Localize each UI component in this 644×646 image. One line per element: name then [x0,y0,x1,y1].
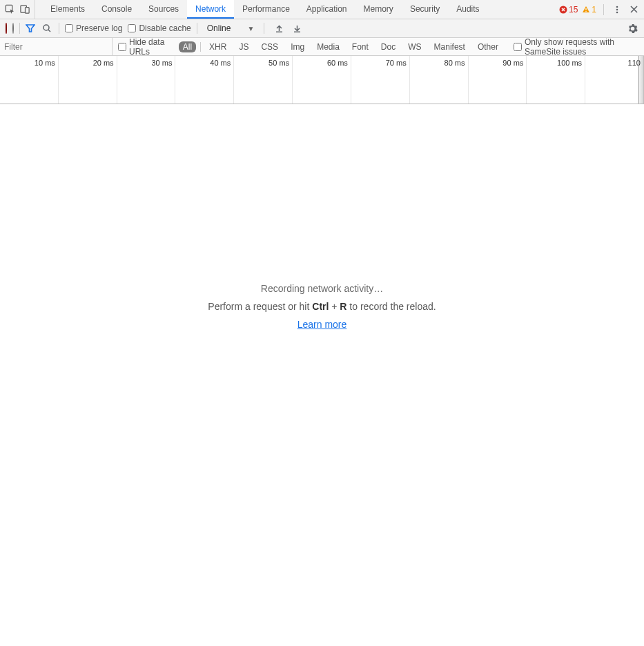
ruler-tick: 70 ms [351,56,410,104]
warning-count-badge[interactable]: 1 [582,5,596,14]
error-count-badge[interactable]: 15 [559,5,578,14]
filter-toggle-icon[interactable] [26,23,35,33]
preserve-log-checkbox[interactable]: Preserve log [65,23,122,33]
filter-type-ws[interactable]: WS [404,41,425,52]
ruler-tick: 60 ms [293,56,351,104]
ruler-label: 30 ms [151,59,172,67]
filter-type-doc[interactable]: Doc [377,41,400,52]
tab-network[interactable]: Network [187,0,234,19]
ruler-label: 70 ms [386,59,407,67]
close-devtools-icon[interactable] [627,3,640,16]
learn-more-link[interactable]: Learn more [297,319,347,330]
preserve-log-label: Preserve log [76,23,122,33]
record-icon [6,23,7,34]
search-icon[interactable] [41,22,53,35]
empty-sub-pre: Perform a request or hit [208,301,312,312]
disable-cache-input[interactable] [128,24,136,32]
disable-cache-label: Disable cache [139,23,191,33]
svg-rect-4 [586,8,587,10]
filter-type-manifest[interactable]: Manifest [430,41,469,52]
empty-plus: + [329,301,340,312]
samesite-input[interactable] [514,43,522,51]
filter-type-font[interactable]: Font [348,41,373,52]
export-har-icon[interactable] [291,22,303,35]
ruler-label: 90 ms [502,59,523,67]
import-har-icon[interactable] [273,22,285,35]
record-button[interactable] [6,23,7,33]
samesite-checkbox[interactable]: Only show requests with SameSite issues [514,37,644,57]
ruler-label: 10 ms [35,59,55,67]
empty-key1: Ctrl [312,301,329,312]
network-toolbar: Preserve log Disable cache Online ▼ [0,19,644,38]
throttling-dropdown[interactable]: Online ▼ [203,23,259,33]
empty-title: Recording network activity… [261,283,383,294]
ruler-tick: 10 ms [0,56,59,104]
hide-data-urls-label: Hide data URLs [129,37,173,57]
tab-audits[interactable]: Audits [448,0,487,19]
tab-security[interactable]: Security [402,0,448,19]
timeline-ruler[interactable]: 10 ms20 ms30 ms40 ms50 ms60 ms70 ms80 ms… [0,56,644,104]
panel-tabs: ElementsConsoleSourcesNetworkPerformance… [42,0,488,19]
hide-data-urls-input[interactable] [118,43,126,51]
svg-point-9 [43,25,49,30]
ruler-label: 20 ms [93,59,114,67]
empty-key2: R [340,301,347,312]
network-filterbar: Hide data URLs AllXHRJSCSSImgMediaFontDo… [0,38,644,56]
filter-type-js[interactable]: JS [235,41,253,52]
ruler-label: 40 ms [210,59,231,67]
filter-type-img[interactable]: Img [286,41,309,52]
svg-point-8 [616,11,618,13]
har-buttons [270,22,303,35]
tab-console[interactable]: Console [93,0,140,19]
inspect-element-icon[interactable] [4,4,15,15]
throttling-value: Online [207,23,231,33]
tab-sources[interactable]: Sources [140,0,187,19]
warning-icon [582,6,590,14]
filter-type-css[interactable]: CSS [257,41,282,52]
separator [603,4,604,15]
chevron-down-icon: ▼ [247,25,254,32]
empty-subtitle: Perform a request or hit Ctrl + R to rec… [208,301,436,312]
ruler-tick: 20 ms [59,56,117,104]
empty-state: Recording network activity… Perform a re… [0,104,644,646]
ruler-label: 100 ms [557,59,582,67]
tabbar-right: 15 1 [559,3,640,16]
separator [59,23,59,34]
tab-application[interactable]: Application [298,0,355,19]
filter-type-other[interactable]: Other [474,41,502,52]
ruler-tick: 90 ms [469,56,527,104]
svg-rect-5 [586,11,587,12]
svg-point-7 [616,8,618,10]
error-icon [559,6,567,14]
filter-type-media[interactable]: Media [313,41,344,52]
ruler-tick: 50 ms [234,56,293,104]
tab-memory[interactable]: Memory [355,0,402,19]
ruler-scroll-edge[interactable] [638,56,644,104]
error-count: 15 [569,5,578,14]
svg-rect-11 [294,31,300,32]
ruler-label: 80 ms [445,59,465,67]
hide-data-urls-checkbox[interactable]: Hide data URLs [118,37,173,57]
samesite-label: Only show requests with SameSite issues [525,37,644,57]
kebab-menu-icon[interactable] [611,3,623,16]
svg-rect-2 [25,8,29,13]
ruler-tick: 40 ms [175,56,234,104]
separator [200,42,201,52]
settings-gear-icon[interactable] [626,22,638,35]
svg-rect-10 [276,31,282,32]
separator [19,23,20,34]
preserve-log-input[interactable] [65,24,73,32]
disable-cache-checkbox[interactable]: Disable cache [128,23,191,33]
ruler-tick: 100 ms [527,56,585,104]
filter-type-all[interactable]: All [179,41,196,52]
separator [197,23,197,34]
device-toggle-icon[interactable] [19,4,30,15]
filter-input[interactable] [0,38,113,55]
filter-type-xhr[interactable]: XHR [205,41,231,52]
tab-elements[interactable]: Elements [42,0,93,19]
ruler-label: 50 ms [269,59,289,67]
ruler-tick: 110 [585,56,644,104]
ruler-tick: 80 ms [410,56,469,104]
tab-performance[interactable]: Performance [234,0,298,19]
clear-button[interactable] [12,23,14,33]
